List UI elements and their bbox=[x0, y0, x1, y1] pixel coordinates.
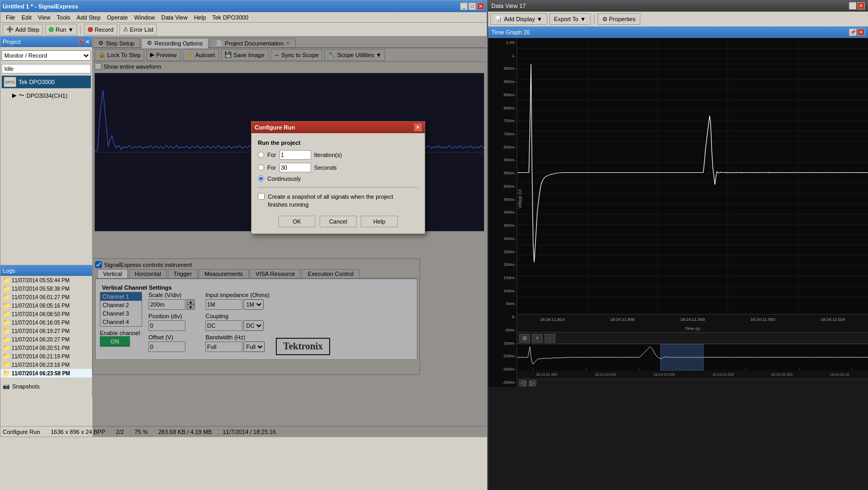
log-entry: 📁11/07/2014 06:16:05 PM bbox=[1, 318, 92, 327]
y-label-800m: 800m- bbox=[489, 106, 516, 110]
y-label-450m: 450m- bbox=[489, 197, 516, 202]
log-entry: 📁11/07/2014 06:21:19 PM bbox=[1, 352, 92, 360]
y-label-neg100m: -100m- bbox=[489, 341, 516, 346]
menu-tek-dpo3000[interactable]: Tek DPO3000 bbox=[209, 12, 251, 22]
main-window: Untitled 1 * - SignalExpress _ □ ✕ File … bbox=[0, 0, 487, 437]
y-label-neg250m: -250m- bbox=[489, 380, 516, 385]
minimap-labels: 18:24:01.985 18:24:10.000 18:24:15.000 1… bbox=[517, 370, 868, 378]
y-label-0: 0- bbox=[489, 315, 516, 319]
folder-icon: 📁 bbox=[3, 310, 11, 318]
error-list-button[interactable]: ⚠ Error List bbox=[119, 24, 157, 35]
title-bar: Untitled 1 * - SignalExpress _ □ ✕ bbox=[1, 1, 487, 12]
project-panel: Project 📌 ✕ Monitor / Record Idle DPO Te… bbox=[1, 36, 92, 258]
menu-help[interactable]: Help bbox=[191, 12, 209, 22]
y-label-350m: 350m- bbox=[489, 223, 516, 228]
project-mode-select[interactable]: Monitor / Record bbox=[2, 50, 91, 61]
project-panel-content: Monitor / Record Idle DPO Tek DPO3000 ▶ … bbox=[1, 47, 92, 101]
export-to-button[interactable]: Export To ▼ bbox=[549, 13, 591, 25]
configure-run-dialog: Configure Run ✕ Run the project For Iter… bbox=[251, 121, 425, 234]
y-label-550m: 550m- bbox=[489, 171, 516, 175]
snapshot-checkbox[interactable] bbox=[258, 193, 265, 200]
y-label-100m: 100m- bbox=[489, 289, 516, 293]
mini-btn-2[interactable]: ▷ bbox=[529, 380, 536, 386]
help-button[interactable]: Help bbox=[361, 216, 398, 227]
dialog-buttons: OK Cancel Help bbox=[258, 216, 418, 227]
minimize-button[interactable]: _ bbox=[460, 3, 468, 10]
menu-operate[interactable]: Operate bbox=[104, 12, 131, 22]
snapshots-item[interactable]: 📷 Snapshots bbox=[1, 382, 92, 391]
continuously-row: Continuously bbox=[258, 175, 418, 182]
project-panel-pin[interactable]: 📌 bbox=[77, 39, 84, 45]
minimap[interactable] bbox=[517, 344, 868, 370]
properties-button[interactable]: ⚙ Properties bbox=[598, 13, 640, 25]
run-project-title: Run the project bbox=[258, 140, 418, 146]
zoom-out-button[interactable]: - bbox=[545, 334, 555, 343]
mini-label-4: 18:24:20.000 bbox=[712, 373, 734, 376]
menu-add-step[interactable]: Add Step bbox=[73, 12, 104, 22]
menu-tools[interactable]: Tools bbox=[53, 12, 73, 22]
for-seconds-radio[interactable] bbox=[258, 164, 264, 171]
x-label-1: 18:24:11.814 bbox=[540, 317, 565, 322]
x-label-5: 18:24:12.024 bbox=[820, 317, 845, 322]
for-seconds-row: For Seconds bbox=[258, 163, 418, 172]
x-label-3: 18:24:11.900 bbox=[680, 317, 705, 322]
seconds-input[interactable] bbox=[279, 163, 311, 172]
data-view-minimize[interactable]: _ bbox=[849, 2, 856, 10]
zoom-controls: ⊞ + - bbox=[517, 332, 868, 344]
error-list-icon: ⚠ bbox=[123, 26, 128, 33]
add-step-button[interactable]: ➕ Add Step bbox=[3, 24, 43, 35]
run-button[interactable]: Run ▼ bbox=[45, 24, 77, 35]
folder-icon: 📁 bbox=[3, 327, 11, 335]
add-step-icon: ➕ bbox=[6, 26, 14, 33]
zoom-in-button[interactable]: + bbox=[532, 334, 543, 343]
add-display-button[interactable]: 📊 Add Display ▼ bbox=[490, 13, 547, 25]
project-panel-header: Project 📌 ✕ bbox=[1, 36, 92, 47]
main-content-area: ⚙ Step Setup ⚙ Recording Options 📄 Proje… bbox=[92, 36, 487, 437]
menu-view[interactable]: View bbox=[35, 12, 54, 22]
log-entry: 📁11/07/2014 06:20:27 PM bbox=[1, 335, 92, 344]
record-icon bbox=[88, 27, 93, 32]
y-label-850m: 850m- bbox=[489, 93, 516, 97]
ok-button[interactable]: OK bbox=[278, 216, 315, 227]
close-button[interactable]: ✕ bbox=[477, 3, 484, 10]
dialog-close-button[interactable]: ✕ bbox=[414, 124, 422, 131]
time-graph-close[interactable]: ✕ bbox=[857, 29, 865, 36]
log-entry: 📁11/07/2014 05:58:38 PM bbox=[1, 284, 92, 293]
iterations-input[interactable] bbox=[279, 150, 311, 160]
data-view-close[interactable]: ✕ bbox=[857, 2, 865, 10]
mini-label-1: 18:24:01.985 bbox=[536, 373, 557, 376]
time-graph-pin[interactable]: 📌 bbox=[849, 29, 856, 36]
continuously-radio[interactable] bbox=[258, 175, 264, 182]
record-button[interactable]: Record bbox=[84, 24, 117, 35]
run-icon bbox=[49, 27, 54, 32]
window-controls: _ □ ✕ bbox=[460, 3, 484, 10]
log-entry: 📁11/07/2014 06:20:51 PM bbox=[1, 344, 92, 352]
mini-btn-1[interactable]: ◁ bbox=[519, 380, 527, 386]
y-label-650m: 650m- bbox=[489, 145, 516, 150]
log-entry-bold: 📁11/07/2014 06:23:58 PM bbox=[1, 369, 92, 377]
cancel-button[interactable]: Cancel bbox=[320, 216, 357, 227]
menu-window[interactable]: Window bbox=[131, 12, 158, 22]
y-label-900m: 900m- bbox=[489, 79, 516, 84]
zoom-fit-button[interactable]: ⊞ bbox=[519, 334, 530, 343]
menu-file[interactable]: File bbox=[3, 12, 18, 22]
maximize-button[interactable]: □ bbox=[469, 3, 476, 10]
svg-rect-45 bbox=[661, 344, 703, 371]
for-iterations-radio[interactable] bbox=[258, 152, 264, 158]
menu-bar: File Edit View Tools Add Step Operate Wi… bbox=[1, 12, 487, 23]
project-panel-close[interactable]: ✕ bbox=[85, 39, 90, 45]
log-entry: 📁11/07/2014 06:23:16 PM bbox=[1, 360, 92, 369]
logs-scroll-area[interactable]: 📁11/07/2014 05:55:44 PM 📁11/07/2014 05:5… bbox=[1, 276, 92, 382]
channel-item[interactable]: ▶ 〜 DPO3034(CH1) bbox=[2, 90, 91, 100]
y-label-400m: 400m- bbox=[489, 210, 516, 215]
menu-edit[interactable]: Edit bbox=[18, 12, 35, 22]
data-view-controls: _ ✕ bbox=[849, 2, 865, 10]
dialog-overlay: Configure Run ✕ Run the project For Iter… bbox=[92, 36, 487, 437]
channel-icon: ▶ bbox=[12, 92, 16, 99]
bottom-mini-toolbar: ◁ ▷ bbox=[517, 378, 868, 387]
menu-data-view[interactable]: Data View bbox=[158, 12, 191, 22]
device-item-tek[interactable]: DPO Tek DPO3000 bbox=[2, 76, 91, 88]
time-graph-controls: 📌 ✕ bbox=[849, 29, 865, 36]
log-entry: 📁11/07/2014 06:08:50 PM bbox=[1, 310, 92, 318]
tek-icon: DPO bbox=[4, 77, 16, 87]
